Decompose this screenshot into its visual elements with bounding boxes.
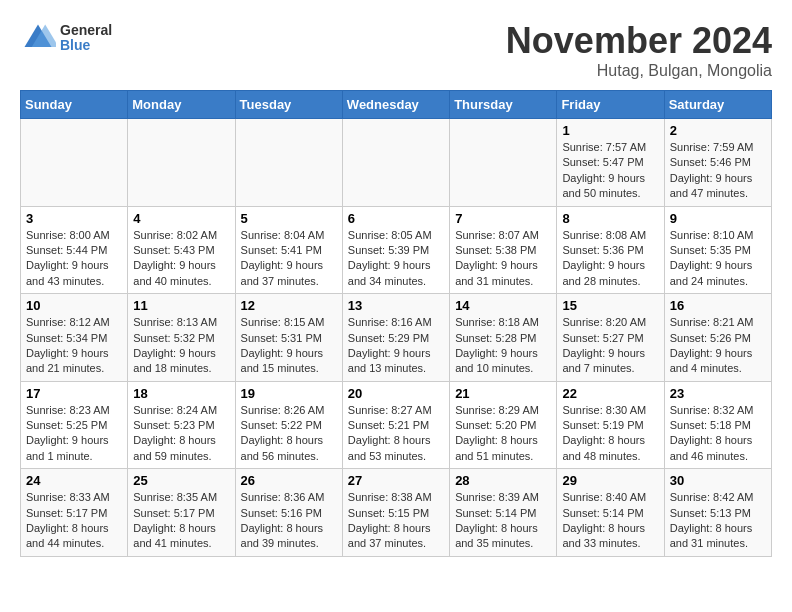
day-info: Sunrise: 8:32 AM Sunset: 5:18 PM Dayligh… [670, 403, 766, 465]
weekday-header: Monday [128, 91, 235, 119]
calendar-cell: 17Sunrise: 8:23 AM Sunset: 5:25 PM Dayli… [21, 381, 128, 469]
day-number: 14 [455, 298, 551, 313]
day-number: 6 [348, 211, 444, 226]
calendar-cell: 30Sunrise: 8:42 AM Sunset: 5:13 PM Dayli… [664, 469, 771, 557]
day-info: Sunrise: 8:20 AM Sunset: 5:27 PM Dayligh… [562, 315, 658, 377]
day-info: Sunrise: 8:29 AM Sunset: 5:20 PM Dayligh… [455, 403, 551, 465]
calendar-cell: 24Sunrise: 8:33 AM Sunset: 5:17 PM Dayli… [21, 469, 128, 557]
day-info: Sunrise: 7:57 AM Sunset: 5:47 PM Dayligh… [562, 140, 658, 202]
calendar-cell: 20Sunrise: 8:27 AM Sunset: 5:21 PM Dayli… [342, 381, 449, 469]
day-info: Sunrise: 8:26 AM Sunset: 5:22 PM Dayligh… [241, 403, 337, 465]
day-number: 30 [670, 473, 766, 488]
calendar-cell: 14Sunrise: 8:18 AM Sunset: 5:28 PM Dayli… [450, 294, 557, 382]
day-number: 28 [455, 473, 551, 488]
day-info: Sunrise: 8:24 AM Sunset: 5:23 PM Dayligh… [133, 403, 229, 465]
day-number: 5 [241, 211, 337, 226]
day-number: 15 [562, 298, 658, 313]
weekday-header: Wednesday [342, 91, 449, 119]
day-info: Sunrise: 8:40 AM Sunset: 5:14 PM Dayligh… [562, 490, 658, 552]
day-info: Sunrise: 8:15 AM Sunset: 5:31 PM Dayligh… [241, 315, 337, 377]
calendar-cell: 9Sunrise: 8:10 AM Sunset: 5:35 PM Daylig… [664, 206, 771, 294]
calendar-cell: 2Sunrise: 7:59 AM Sunset: 5:46 PM Daylig… [664, 119, 771, 207]
calendar-cell [128, 119, 235, 207]
weekday-header: Thursday [450, 91, 557, 119]
calendar-cell: 3Sunrise: 8:00 AM Sunset: 5:44 PM Daylig… [21, 206, 128, 294]
location: Hutag, Bulgan, Mongolia [506, 62, 772, 80]
day-info: Sunrise: 8:13 AM Sunset: 5:32 PM Dayligh… [133, 315, 229, 377]
weekday-header: Saturday [664, 91, 771, 119]
day-number: 13 [348, 298, 444, 313]
logo-text: General Blue [60, 23, 112, 54]
calendar-cell [21, 119, 128, 207]
calendar-cell: 23Sunrise: 8:32 AM Sunset: 5:18 PM Dayli… [664, 381, 771, 469]
calendar-cell: 16Sunrise: 8:21 AM Sunset: 5:26 PM Dayli… [664, 294, 771, 382]
calendar-cell: 25Sunrise: 8:35 AM Sunset: 5:17 PM Dayli… [128, 469, 235, 557]
calendar-week-row: 1Sunrise: 7:57 AM Sunset: 5:47 PM Daylig… [21, 119, 772, 207]
weekday-header: Sunday [21, 91, 128, 119]
calendar-cell: 6Sunrise: 8:05 AM Sunset: 5:39 PM Daylig… [342, 206, 449, 294]
day-info: Sunrise: 8:07 AM Sunset: 5:38 PM Dayligh… [455, 228, 551, 290]
day-info: Sunrise: 8:33 AM Sunset: 5:17 PM Dayligh… [26, 490, 122, 552]
title-section: November 2024 Hutag, Bulgan, Mongolia [506, 20, 772, 80]
calendar-cell [235, 119, 342, 207]
calendar-cell [342, 119, 449, 207]
day-number: 1 [562, 123, 658, 138]
day-number: 18 [133, 386, 229, 401]
calendar-cell: 15Sunrise: 8:20 AM Sunset: 5:27 PM Dayli… [557, 294, 664, 382]
calendar-cell: 12Sunrise: 8:15 AM Sunset: 5:31 PM Dayli… [235, 294, 342, 382]
day-number: 10 [26, 298, 122, 313]
day-info: Sunrise: 8:23 AM Sunset: 5:25 PM Dayligh… [26, 403, 122, 465]
page-header: General Blue November 2024 Hutag, Bulgan… [20, 20, 772, 80]
logo: General Blue [20, 20, 112, 56]
day-number: 24 [26, 473, 122, 488]
calendar-cell: 5Sunrise: 8:04 AM Sunset: 5:41 PM Daylig… [235, 206, 342, 294]
calendar-cell: 10Sunrise: 8:12 AM Sunset: 5:34 PM Dayli… [21, 294, 128, 382]
day-info: Sunrise: 8:35 AM Sunset: 5:17 PM Dayligh… [133, 490, 229, 552]
calendar-table: SundayMondayTuesdayWednesdayThursdayFrid… [20, 90, 772, 557]
day-number: 3 [26, 211, 122, 226]
calendar-week-row: 24Sunrise: 8:33 AM Sunset: 5:17 PM Dayli… [21, 469, 772, 557]
day-info: Sunrise: 8:12 AM Sunset: 5:34 PM Dayligh… [26, 315, 122, 377]
day-info: Sunrise: 8:18 AM Sunset: 5:28 PM Dayligh… [455, 315, 551, 377]
logo-icon [20, 20, 56, 56]
day-number: 7 [455, 211, 551, 226]
day-info: Sunrise: 7:59 AM Sunset: 5:46 PM Dayligh… [670, 140, 766, 202]
day-number: 12 [241, 298, 337, 313]
day-info: Sunrise: 8:30 AM Sunset: 5:19 PM Dayligh… [562, 403, 658, 465]
calendar-cell: 28Sunrise: 8:39 AM Sunset: 5:14 PM Dayli… [450, 469, 557, 557]
day-number: 20 [348, 386, 444, 401]
weekday-header: Tuesday [235, 91, 342, 119]
day-number: 2 [670, 123, 766, 138]
day-number: 29 [562, 473, 658, 488]
day-number: 27 [348, 473, 444, 488]
calendar-week-row: 10Sunrise: 8:12 AM Sunset: 5:34 PM Dayli… [21, 294, 772, 382]
day-info: Sunrise: 8:04 AM Sunset: 5:41 PM Dayligh… [241, 228, 337, 290]
day-info: Sunrise: 8:08 AM Sunset: 5:36 PM Dayligh… [562, 228, 658, 290]
day-number: 21 [455, 386, 551, 401]
calendar-cell: 18Sunrise: 8:24 AM Sunset: 5:23 PM Dayli… [128, 381, 235, 469]
logo-blue: Blue [60, 38, 112, 53]
day-info: Sunrise: 8:36 AM Sunset: 5:16 PM Dayligh… [241, 490, 337, 552]
day-info: Sunrise: 8:39 AM Sunset: 5:14 PM Dayligh… [455, 490, 551, 552]
day-number: 4 [133, 211, 229, 226]
calendar-cell: 29Sunrise: 8:40 AM Sunset: 5:14 PM Dayli… [557, 469, 664, 557]
calendar-cell: 4Sunrise: 8:02 AM Sunset: 5:43 PM Daylig… [128, 206, 235, 294]
calendar-cell: 8Sunrise: 8:08 AM Sunset: 5:36 PM Daylig… [557, 206, 664, 294]
day-info: Sunrise: 8:21 AM Sunset: 5:26 PM Dayligh… [670, 315, 766, 377]
calendar-cell: 21Sunrise: 8:29 AM Sunset: 5:20 PM Dayli… [450, 381, 557, 469]
day-info: Sunrise: 8:27 AM Sunset: 5:21 PM Dayligh… [348, 403, 444, 465]
day-number: 11 [133, 298, 229, 313]
calendar-cell: 22Sunrise: 8:30 AM Sunset: 5:19 PM Dayli… [557, 381, 664, 469]
calendar-week-row: 3Sunrise: 8:00 AM Sunset: 5:44 PM Daylig… [21, 206, 772, 294]
calendar-cell: 19Sunrise: 8:26 AM Sunset: 5:22 PM Dayli… [235, 381, 342, 469]
calendar-cell: 26Sunrise: 8:36 AM Sunset: 5:16 PM Dayli… [235, 469, 342, 557]
calendar-cell: 11Sunrise: 8:13 AM Sunset: 5:32 PM Dayli… [128, 294, 235, 382]
day-info: Sunrise: 8:38 AM Sunset: 5:15 PM Dayligh… [348, 490, 444, 552]
day-number: 23 [670, 386, 766, 401]
day-info: Sunrise: 8:16 AM Sunset: 5:29 PM Dayligh… [348, 315, 444, 377]
logo-general: General [60, 23, 112, 38]
day-number: 9 [670, 211, 766, 226]
calendar-cell [450, 119, 557, 207]
calendar-header-row: SundayMondayTuesdayWednesdayThursdayFrid… [21, 91, 772, 119]
day-info: Sunrise: 8:00 AM Sunset: 5:44 PM Dayligh… [26, 228, 122, 290]
